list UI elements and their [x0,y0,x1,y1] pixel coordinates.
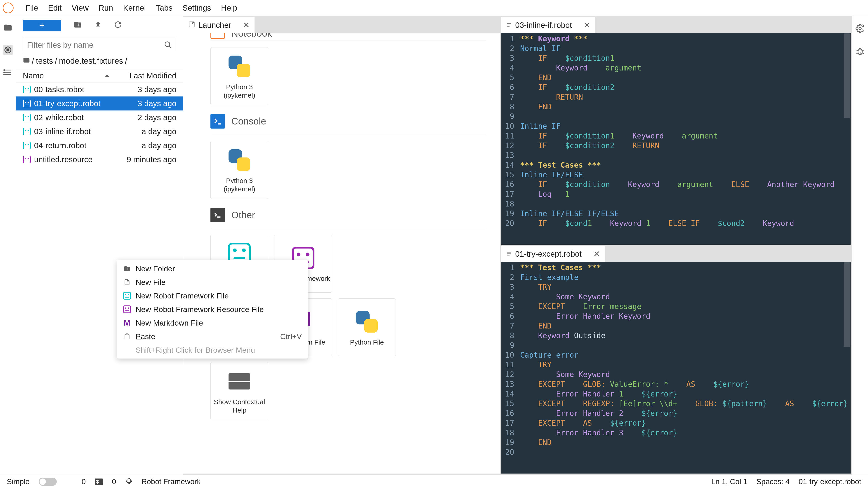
cm-new-markdown[interactable]: MNew Markdown File [117,316,308,330]
robot-file-icon [23,86,31,94]
menu-view[interactable]: View [67,2,94,13]
launcher-body[interactable]: Notebook Python 3 (ipykernel) Console [183,33,500,474]
new-launcher-button[interactable]: + [23,20,61,31]
status-count-2[interactable]: 0 [112,477,116,486]
status-cursor[interactable]: Ln 1, Col 1 [711,477,747,486]
launcher-icon [188,21,195,30]
svg-point-5 [4,70,4,70]
scrollbar[interactable] [844,262,850,347]
close-icon[interactable]: ✕ [584,21,590,30]
card-notebook-python3[interactable]: Python 3 (ipykernel) [211,47,268,105]
svg-rect-1 [7,49,9,51]
svg-line-24 [862,50,864,51]
code-editor-b[interactable]: 1234567891011121314151617181920 *** Test… [501,262,850,474]
col-name[interactable]: Name [16,71,116,80]
menu-help[interactable]: Help [216,2,242,13]
status-count-1[interactable]: 0 [82,477,86,486]
file-list-header: Name Last Modified [16,69,183,83]
robot-file-icon [23,99,31,107]
tab-launcher[interactable]: Launcher ✕ [183,17,255,33]
terminal-status-icon[interactable]: $_ [95,479,103,485]
file-row[interactable]: untitled.resource9 minutes ago [16,153,183,166]
file-modified: a day ago [113,141,176,150]
menubar: File Edit View Run Kernel Tabs Settings … [0,0,868,16]
file-filter-input[interactable] [23,37,177,53]
kernel-status-icon[interactable] [125,477,132,486]
activity-bar-right [852,16,868,475]
cm-new-folder[interactable]: New Folder [117,262,308,275]
svg-point-7 [4,74,4,75]
tab-launcher-label: Launcher [198,21,231,30]
search-icon [164,40,172,51]
tab-editor-b[interactable]: 01-try-except.robot ✕ [501,246,605,262]
col-modified[interactable]: Last Modified [115,71,183,80]
close-icon[interactable]: ✕ [593,250,600,258]
status-spaces[interactable]: Spaces: 4 [756,477,789,486]
cm-new-file[interactable]: New File [117,275,308,289]
editors-stack: 03-inline-if.robot ✕ 1234567891011121314… [501,17,850,474]
file-row[interactable]: 01-try-except.robot3 days ago [16,96,183,110]
status-language[interactable]: Robot Framework [142,477,201,486]
crumb-fixtures[interactable]: mode.test.fixtures [59,56,123,66]
file-row[interactable]: 04-return.robota day ago [16,138,183,153]
file-modified: 3 days ago [113,99,176,108]
simple-mode-toggle[interactable] [39,478,57,486]
file-row[interactable]: 03-inline-if.robota day ago [16,125,183,138]
folder-icon[interactable] [3,23,13,33]
card-python-file[interactable]: Python File [338,298,396,356]
cm-paste[interactable]: PasteCtrl+V [117,330,308,343]
file-row[interactable]: 02-while.robot2 days ago [16,110,183,125]
status-file[interactable]: 01-try-except.robot [799,477,861,486]
workspace: + / tests / mode.test.fixtures / Name La… [0,16,868,475]
menu-run[interactable]: Run [94,2,118,13]
launcher-pane: Launcher ✕ Notebook Python 3 (ipykernel) [183,17,500,474]
svg-rect-29 [126,334,128,335]
menu-edit[interactable]: Edit [43,2,66,13]
running-icon[interactable] [3,45,13,55]
svg-point-6 [4,72,4,72]
file-row[interactable]: 00-tasks.robot3 days ago [16,83,183,96]
crumb-root[interactable]: / [32,56,34,66]
crumb-sep: / [55,56,57,66]
upload-icon[interactable] [94,21,102,30]
toc-icon[interactable] [3,67,13,77]
robot-resource-icon [123,305,131,313]
card-console-python3[interactable]: Python 3 (ipykernel) [211,141,268,199]
close-icon[interactable]: ✕ [243,21,250,30]
card-contextual-help[interactable]: Show Contextual Help [211,362,268,420]
breadcrumb: / tests / mode.test.fixtures / [16,53,183,69]
notebook-icon [211,33,225,39]
file-modified: 3 days ago [113,85,176,94]
file-name: untitled.resource [34,155,113,164]
section-console-title: Console [231,116,266,127]
tab-editor-b-label: 01-try-except.robot [515,250,582,258]
file-icon [506,250,512,258]
file-modified: a day ago [113,127,176,136]
refresh-icon[interactable] [114,21,122,30]
file-browser-toolbar: + [16,16,183,35]
menu-file[interactable]: File [20,2,43,13]
main-area: Launcher ✕ Notebook Python 3 (ipykernel) [183,16,852,475]
section-console-head: Console [211,114,486,129]
debugger-icon[interactable] [856,47,864,58]
markdown-icon: M [123,319,131,327]
menu-settings[interactable]: Settings [178,2,216,13]
folder-plus-icon [123,265,131,272]
folder-icon[interactable] [23,56,30,66]
scrollbar[interactable] [844,33,850,118]
menu-tabs[interactable]: Tabs [151,2,178,13]
cm-new-robot-file[interactable]: New Robot Framework File [117,289,308,302]
status-bar: Simple 0 $_ 0 Robot Framework Ln 1, Col … [0,475,868,488]
file-name: 01-try-except.robot [34,99,113,108]
cm-new-robot-resource[interactable]: New Robot Framework Resource File [117,302,308,316]
new-folder-icon[interactable] [73,20,82,31]
crumb-tests[interactable]: tests [36,56,53,66]
cm-browser-hint: Shift+Right Click for Browser Menu [117,343,308,357]
tab-editor-a[interactable]: 03-inline-if.robot ✕ [501,17,595,33]
property-inspector-icon[interactable] [856,24,865,35]
code-editor-a[interactable]: 1234567891011121314151617181920 *** Keyw… [501,33,850,245]
crumb-sep: / [125,56,127,66]
svg-line-26 [862,53,864,54]
robot-resource-icon [23,156,31,164]
menu-kernel[interactable]: Kernel [118,2,151,13]
